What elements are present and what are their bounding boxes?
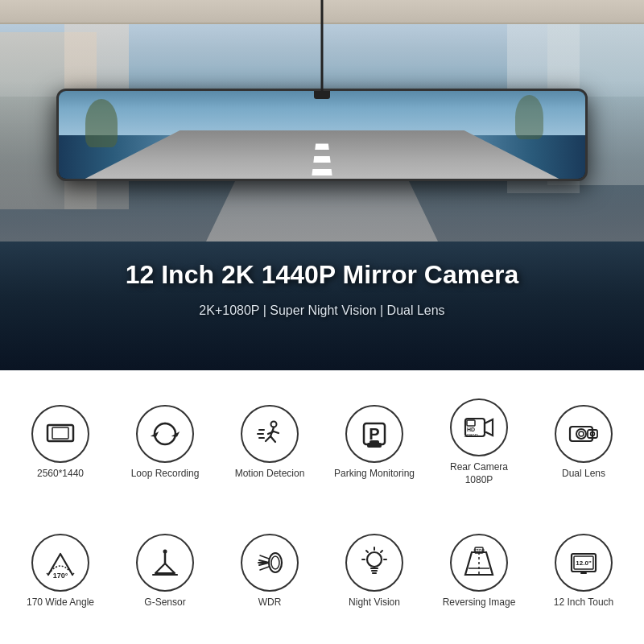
- features-row-2: 170° 170 Wide Angle: [16, 507, 628, 636]
- svg-line-48: [366, 551, 368, 552]
- screen-icon: [43, 417, 77, 451]
- rear-camera-label: Rear Camera 1080P: [435, 461, 523, 486]
- hero-subtitle: 2K+1080P | Super Night Vision | Dual Len…: [0, 303, 644, 318]
- resolution-icon-wrap: [31, 405, 89, 463]
- wide-angle-icon-wrap: 170°: [31, 534, 89, 592]
- svg-line-40: [260, 567, 269, 570]
- dual-camera-icon: [567, 417, 601, 451]
- feature-reversing: STOP Reversing Image: [435, 534, 523, 609]
- svg-text:12.0": 12.0": [576, 559, 592, 567]
- mirror-button-1: [164, 179, 188, 181]
- svg-rect-19: [467, 420, 475, 426]
- reversing-label: Reversing Image: [443, 597, 516, 609]
- svg-rect-16: [369, 440, 379, 444]
- svg-text:1080P: 1080P: [464, 433, 477, 438]
- feature-rear-camera: HD 1080P Rear Camera 1080P: [435, 398, 523, 486]
- wdr-label: WDR: [258, 597, 282, 609]
- svg-line-6: [266, 436, 270, 441]
- svg-point-23: [576, 429, 586, 439]
- feature-wide-angle: 170° 170 Wide Angle: [16, 534, 105, 609]
- features-section: 2560*1440 Loop Recording: [0, 370, 644, 644]
- night-vision-icon: [357, 546, 391, 580]
- svg-point-32: [163, 550, 167, 554]
- hero-section: 12 Inch 2K 1440P Mirror Camera 2K+1080P …: [0, 0, 644, 370]
- parking-icon-wrap: P: [345, 405, 403, 463]
- svg-marker-31: [155, 564, 175, 573]
- mirror-button-2: [243, 179, 267, 181]
- svg-marker-18: [485, 419, 493, 436]
- svg-point-41: [367, 552, 382, 567]
- svg-point-4: [271, 422, 277, 427]
- svg-text:P: P: [369, 425, 379, 443]
- feature-night-vision: Night Vision: [330, 534, 419, 609]
- svg-line-29: [72, 573, 74, 575]
- feature-resolution: 2560*1440: [16, 405, 105, 481]
- wdr-icon: [253, 546, 287, 580]
- svg-text:170°: 170°: [53, 572, 68, 580]
- feature-parking: P Parking Monitoring: [330, 405, 419, 481]
- feature-motion-detection: Motion Detecion: [225, 405, 314, 481]
- feature-dual-lens: Dual Lens: [539, 405, 628, 481]
- wide-angle-label: 170 Wide Angle: [27, 597, 94, 609]
- loop-icon: [148, 417, 182, 451]
- dual-lens-label: Dual Lens: [562, 468, 605, 481]
- wdr-icon-wrap: [241, 534, 299, 592]
- svg-rect-1: [52, 427, 68, 439]
- svg-text:HD: HD: [467, 427, 475, 432]
- motion-icon-wrap: [241, 405, 299, 463]
- svg-line-7: [270, 436, 275, 442]
- wide-angle-icon: 170°: [43, 546, 77, 580]
- svg-point-24: [579, 431, 584, 436]
- rear-camera-icon-wrap: HD 1080P: [450, 398, 508, 456]
- motion-icon: [253, 417, 287, 451]
- svg-line-9: [274, 431, 279, 433]
- loop-icon-wrap: [136, 405, 194, 463]
- mirror-device: [56, 89, 588, 181]
- svg-line-8: [268, 431, 274, 434]
- feature-loop-recording: Loop Recording: [121, 405, 209, 481]
- touch-icon-wrap: 12.0": [555, 534, 613, 592]
- dual-lens-icon-wrap: [555, 405, 613, 463]
- loop-recording-label: Loop Recording: [131, 468, 200, 481]
- g-sensor-label: G-Sensor: [144, 597, 185, 609]
- g-sensor-icon-wrap: [136, 534, 194, 592]
- night-vision-label: Night Vision: [349, 597, 400, 609]
- parking-icon: P: [357, 417, 391, 451]
- reversing-icon-wrap: STOP: [450, 534, 508, 592]
- reversing-icon: STOP: [462, 546, 496, 580]
- hd-camera-icon: HD 1080P: [462, 411, 496, 444]
- mirror-button-4: [456, 179, 480, 181]
- feature-g-sensor: G-Sensor: [121, 534, 209, 609]
- svg-line-28: [47, 573, 48, 575]
- hero-title: 12 Inch 2K 1440P Mirror Camera: [0, 260, 644, 290]
- feature-wdr: WDR: [225, 534, 314, 609]
- svg-text:STOP: STOP: [473, 548, 485, 553]
- g-sensor-icon: [148, 546, 182, 580]
- night-vision-icon-wrap: [345, 534, 403, 592]
- features-row-1: 2560*1440 Loop Recording: [16, 378, 628, 507]
- svg-line-46: [381, 551, 382, 552]
- svg-line-39: [260, 555, 269, 559]
- parking-label: Parking Monitoring: [334, 468, 415, 481]
- touch-screen-icon: 12.0": [567, 546, 601, 580]
- feature-touch: 12.0" 12 Inch Touch: [539, 534, 628, 609]
- resolution-label: 2560*1440: [37, 468, 84, 481]
- mirror-button-3: [377, 179, 401, 181]
- touch-label: 12 Inch Touch: [554, 597, 614, 609]
- svg-point-35: [271, 556, 279, 569]
- motion-detection-label: Motion Detecion: [235, 468, 305, 481]
